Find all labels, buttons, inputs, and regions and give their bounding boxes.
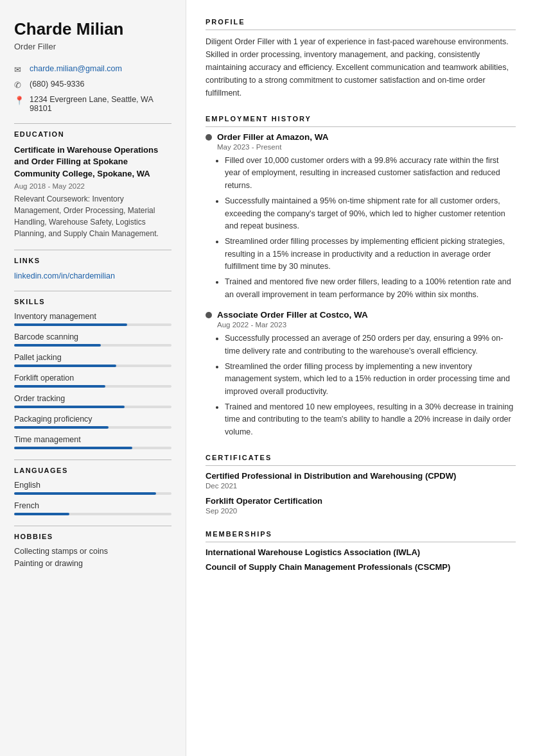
employment-list: Order Filler at Amazon, WA May 2023 - Pr… xyxy=(206,132,516,438)
languages-list: English French xyxy=(14,481,171,515)
skill-bar-fill xyxy=(14,344,101,347)
skill-bar-bg xyxy=(14,406,171,408)
skill-bar-fill xyxy=(14,426,109,429)
cert-name: Forklift Operator Certification xyxy=(206,496,516,506)
skill-bar-bg xyxy=(14,426,171,429)
skill-bar-bg xyxy=(14,365,171,367)
skill-label: Pallet jacking xyxy=(14,353,171,362)
edu-dates: Aug 2018 - May 2022 xyxy=(14,182,171,190)
skill-bar-bg xyxy=(14,344,171,347)
skill-item: Packaging proficiency xyxy=(14,415,171,429)
skill-bar-fill xyxy=(14,385,105,388)
education-divider xyxy=(14,123,171,124)
phone-value: (680) 945-9336 xyxy=(30,80,84,89)
cert-date: Dec 2021 xyxy=(206,482,516,490)
skill-label: Forklift operation xyxy=(14,374,171,382)
sidebar: Charde Milian Order Filler ✉ charde.mili… xyxy=(0,0,186,756)
skill-item: Time management xyxy=(14,435,171,449)
language-bar-bg xyxy=(14,492,171,495)
education-heading: EDUCATION xyxy=(14,130,171,138)
profile-text: Diligent Order Filler with 1 year of exp… xyxy=(206,35,516,99)
profile-heading: PROFILE xyxy=(206,18,516,30)
hobbies-divider xyxy=(14,526,171,526)
job-bullets: Filled over 10,000 customer orders with … xyxy=(225,155,516,301)
language-item: English xyxy=(14,481,171,495)
job-bullet: Streamlined order filling processes by i… xyxy=(225,236,516,273)
skill-item: Forklift operation xyxy=(14,374,171,388)
job-bullet: Trained and mentored 10 new employees, r… xyxy=(225,401,516,438)
candidate-title: Order Filler xyxy=(14,42,171,51)
contact-email: ✉ charde.milian@gmail.com xyxy=(14,64,171,74)
skill-label: Packaging proficiency xyxy=(14,415,171,424)
skill-item: Order tracking xyxy=(14,394,171,408)
language-label: French xyxy=(14,501,171,510)
skill-item: Barcode scanning xyxy=(14,332,171,347)
hobby-item: Painting or drawing xyxy=(14,559,171,568)
job-dot xyxy=(206,134,212,141)
skill-item: Inventory management xyxy=(14,312,171,326)
skill-bar-fill xyxy=(14,365,116,367)
skill-label: Order tracking xyxy=(14,394,171,403)
skill-item: Pallet jacking xyxy=(14,353,171,367)
memberships-section: MEMBERSHIPS International Warehouse Logi… xyxy=(206,530,516,572)
profile-section: PROFILE Diligent Order Filler with 1 yea… xyxy=(206,18,516,99)
languages-divider xyxy=(14,460,171,460)
job-dot xyxy=(206,312,212,318)
address-value: 1234 Evergreen Lane, Seattle, WA 98101 xyxy=(30,95,171,113)
candidate-name: Charde Milian xyxy=(14,19,171,39)
skill-bar-fill xyxy=(14,406,125,408)
certificates-section: CERTIFICATES Certified Professional in D… xyxy=(206,454,516,515)
phone-icon: ✆ xyxy=(14,80,24,90)
contact-phone: ✆ (680) 945-9336 xyxy=(14,80,171,90)
skill-bar-bg xyxy=(14,323,171,326)
main-content: PROFILE Diligent Order Filler with 1 yea… xyxy=(186,0,535,756)
memberships-list: International Warehouse Logistics Associ… xyxy=(206,547,516,572)
job-bullet: Successfully processed an average of 250… xyxy=(225,332,516,357)
hobby-item: Collecting stamps or coins xyxy=(14,547,171,556)
skills-divider xyxy=(14,291,171,291)
job-title: Associate Order Filler at Costco, WA xyxy=(206,310,516,320)
employment-section: EMPLOYMENT HISTORY Order Filler at Amazo… xyxy=(206,115,516,438)
employment-heading: EMPLOYMENT HISTORY xyxy=(206,115,516,127)
edu-degree: Certificate in Warehouse Operations and … xyxy=(14,144,171,180)
language-bar-bg xyxy=(14,513,171,515)
skill-bar-fill xyxy=(14,447,132,449)
languages-heading: LANGUAGES xyxy=(14,467,171,474)
job-bullets: Successfully processed an average of 250… xyxy=(225,332,516,438)
job-bullet: Streamlined the order filling process by… xyxy=(225,361,516,398)
links-heading: LINKS xyxy=(14,257,171,264)
job-bullet: Trained and mentored five new order fill… xyxy=(225,276,516,301)
skills-list: Inventory management Barcode scanning Pa… xyxy=(14,312,171,449)
job-dates: Aug 2022 - Mar 2023 xyxy=(217,321,516,329)
skill-label: Inventory management xyxy=(14,312,171,321)
skills-heading: SKILLS xyxy=(14,298,171,305)
skill-bar-fill xyxy=(14,323,127,326)
language-bar-fill xyxy=(14,513,69,515)
certificate-item: Certified Professional in Distribution a… xyxy=(206,471,516,490)
contact-address: 📍 1234 Evergreen Lane, Seattle, WA 98101 xyxy=(14,95,171,113)
cert-name: Certified Professional in Distribution a… xyxy=(206,471,516,481)
job-title: Order Filler at Amazon, WA xyxy=(206,132,516,142)
linkedin-link[interactable]: linkedin.com/in/chardemilian xyxy=(14,271,115,280)
skill-bar-bg xyxy=(14,447,171,449)
certificates-list: Certified Professional in Distribution a… xyxy=(206,471,516,515)
language-item: French xyxy=(14,501,171,515)
skill-label: Barcode scanning xyxy=(14,332,171,341)
job-entry: Associate Order Filler at Costco, WA Aug… xyxy=(206,310,516,438)
job-dates: May 2023 - Present xyxy=(217,143,516,151)
job-title-text: Associate Order Filler at Costco, WA xyxy=(217,310,368,320)
location-icon: 📍 xyxy=(14,96,24,105)
certificate-item: Forklift Operator Certification Sep 2020 xyxy=(206,496,516,515)
hobbies-heading: HOBBIES xyxy=(14,533,171,540)
memberships-heading: MEMBERSHIPS xyxy=(206,530,516,542)
language-label: English xyxy=(14,481,171,490)
skill-bar-bg xyxy=(14,385,171,388)
email-link[interactable]: charde.milian@gmail.com xyxy=(30,64,122,73)
job-bullet: Successfully maintained a 95% on-time sh… xyxy=(225,195,516,232)
certificates-heading: CERTIFICATES xyxy=(206,454,516,466)
edu-coursework: Relevant Coursework: Inventory Managemen… xyxy=(14,193,171,239)
resume-container: Charde Milian Order Filler ✉ charde.mili… xyxy=(0,0,535,756)
cert-date: Sep 2020 xyxy=(206,507,516,515)
membership-item: International Warehouse Logistics Associ… xyxy=(206,547,516,557)
email-icon: ✉ xyxy=(14,65,24,74)
